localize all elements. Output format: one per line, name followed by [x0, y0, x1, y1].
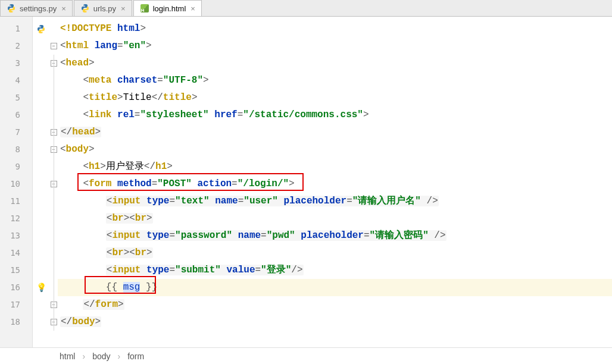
lightbulb-icon[interactable]: 💡	[36, 283, 46, 293]
breadcrumb-bar: html › body › form	[0, 347, 612, 364]
code-line: <br><br>	[58, 244, 612, 262]
fold-icon[interactable]: −	[51, 43, 57, 49]
close-icon[interactable]: ×	[191, 4, 195, 13]
code-line: <form method="POST" action="/login/">	[58, 175, 612, 193]
close-icon[interactable]: ×	[121, 4, 126, 13]
breadcrumb-item[interactable]: body	[92, 352, 110, 361]
python-icon	[7, 4, 16, 13]
chevron-right-icon: ›	[82, 352, 85, 361]
code-line: <input type="password" name="pwd" placeh…	[58, 227, 612, 244]
line-number-gutter: 1 2 3 4 5 6 7 8 9 10 11 12 13 14 15 16 1…	[0, 17, 33, 347]
tab-settings-py[interactable]: settings.py ×	[0, 0, 73, 16]
tab-label: login.html	[153, 4, 186, 13]
svg-point-4	[39, 26, 40, 26]
tab-login-html[interactable]: login.html ×	[133, 0, 202, 16]
close-icon[interactable]: ×	[61, 4, 66, 13]
chevron-right-icon: ›	[117, 352, 120, 361]
code-line: <input type="submit" value="登录"/>	[58, 262, 612, 279]
tab-label: urls.py	[93, 4, 116, 13]
code-line: <head>	[58, 55, 612, 72]
code-line: <meta charset="UTF-8">	[58, 72, 612, 89]
code-line-current: {{ msg }}	[58, 279, 612, 296]
code-line: </body>	[58, 313, 612, 331]
tab-label: settings.py	[20, 4, 57, 13]
tab-urls-py[interactable]: urls.py ×	[74, 0, 132, 16]
code-line: <!DOCTYPE html>	[58, 20, 612, 37]
svg-point-0	[10, 5, 10, 5]
code-editor[interactable]: 1 2 3 4 5 6 7 8 9 10 11 12 13 14 15 16 1…	[0, 17, 612, 347]
svg-point-5	[42, 32, 42, 32]
svg-point-2	[83, 5, 84, 5]
python-icon	[36, 24, 46, 34]
code-line: <h1>用户登录</h1>	[58, 158, 612, 175]
code-area[interactable]: <!DOCTYPE html> <html lang="en"> <head> …	[58, 17, 612, 347]
python-icon	[80, 4, 90, 13]
svg-point-1	[12, 11, 13, 11]
code-line: <br><br>	[58, 210, 612, 227]
html-icon	[140, 4, 149, 13]
code-line: <title>Title</title>	[58, 89, 612, 106]
gutter-icons: 💡	[33, 17, 49, 347]
code-line: <html lang="en">	[58, 37, 612, 55]
code-line: </head>	[58, 124, 612, 141]
tab-bar: settings.py × urls.py × login.html ×	[0, 0, 612, 17]
fold-gutter: − − − − − − −	[49, 17, 58, 347]
code-line: <input type="text" name="user" placehold…	[58, 193, 612, 210]
code-line: <link rel="stylesheet" href="/static/com…	[58, 106, 612, 124]
breadcrumb-item[interactable]: html	[60, 352, 75, 361]
code-line: </form>	[58, 296, 612, 313]
svg-point-3	[86, 11, 86, 11]
breadcrumb-item[interactable]: form	[127, 352, 144, 361]
code-line: <body>	[58, 141, 612, 158]
